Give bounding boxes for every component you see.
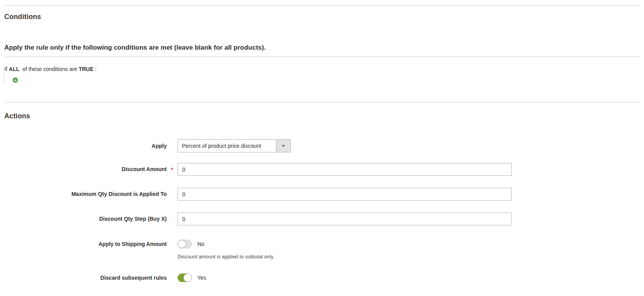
rule-middle: of these conditions are (22, 66, 77, 72)
top-divider (4, 5, 641, 5)
max-qty-label: Maximum Qty Discount is Applied To (0, 191, 167, 197)
cart-price-rule-form: Conditions Apply the rule only if the fo… (0, 0, 644, 296)
chevron-down-icon (282, 145, 285, 147)
actions-section-title: Actions (4, 112, 30, 120)
qty-step-row: Discount Qty Step (Buy X) (0, 213, 512, 225)
sections-divider (4, 102, 641, 102)
max-qty-row: Maximum Qty Discount is Applied To (0, 188, 512, 201)
apply-to-shipping-label: Apply to Shipping Amount (0, 241, 167, 248)
rule-suffix: : (95, 66, 97, 72)
legend-divider (4, 57, 641, 57)
apply-select-value: Percent of product price discount (178, 143, 276, 149)
shipping-note: Discount amount is applied to subtotal o… (178, 254, 273, 260)
apply-to-shipping-toggle[interactable] (178, 240, 192, 248)
discard-rules-toggle[interactable] (178, 273, 192, 282)
toggle-knob (183, 273, 192, 282)
discount-amount-input[interactable] (178, 163, 512, 176)
apply-label: Apply (0, 143, 167, 149)
apply-row: Apply Percent of product price discount (0, 139, 291, 152)
discount-amount-label: Discount Amount (0, 166, 167, 173)
conditions-section-title: Conditions (4, 13, 41, 21)
apply-to-shipping-row: Apply to Shipping Amount No (0, 240, 204, 248)
discard-rules-label: Discard subsequent rules (0, 275, 167, 281)
apply-to-shipping-state: No (197, 241, 204, 247)
rule-prefix: If (4, 66, 7, 72)
condition-rule-line: IfALLof these conditions areTRUE: (4, 66, 97, 72)
rule-tree-guide (4, 73, 4, 85)
add-condition-button[interactable] (13, 77, 19, 83)
conditions-legend: Apply the rule only if the following con… (4, 44, 266, 52)
discount-amount-row: Discount Amount * (0, 163, 512, 176)
max-qty-input[interactable] (178, 188, 512, 201)
add-plus-icon (13, 78, 18, 83)
apply-select[interactable]: Percent of product price discount (178, 139, 291, 152)
rule-aggregator-all[interactable]: ALL (9, 66, 19, 72)
discard-rules-row: Discard subsequent rules Yes (0, 273, 206, 282)
rule-value-true[interactable]: TRUE (79, 66, 93, 72)
qty-step-input[interactable] (178, 213, 512, 225)
toggle-knob (178, 240, 186, 248)
required-asterisk: * (167, 166, 178, 173)
qty-step-label: Discount Qty Step (Buy X) (0, 216, 167, 222)
discard-rules-state: Yes (197, 275, 206, 281)
apply-select-arrow-button[interactable] (276, 140, 290, 152)
